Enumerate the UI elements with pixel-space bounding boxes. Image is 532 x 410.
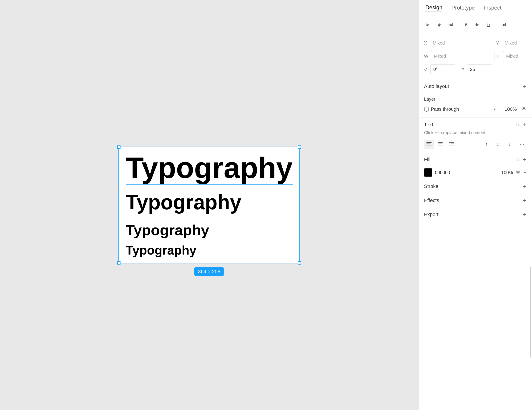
blend-chevron-icon[interactable]: ▾ (494, 107, 496, 111)
canvas-area[interactable]: Typography Typography Typography Typogra… (0, 0, 418, 410)
align-bottom-btn[interactable] (484, 20, 493, 29)
align-top-btn[interactable] (461, 20, 471, 29)
canvas-content: Typography Typography Typography Typogra… (119, 147, 299, 263)
svg-rect-28 (439, 146, 442, 146)
text-align-center-btn[interactable] (435, 140, 445, 149)
auto-layout-header: Auto layout + (418, 79, 532, 93)
tab-inspect[interactable]: Inspect (484, 5, 501, 12)
typography-text-1: Typography (126, 152, 293, 185)
svg-rect-8 (450, 25, 452, 26)
right-panel: Design Prototype Inspect (418, 0, 532, 410)
align-right-btn[interactable] (446, 20, 455, 29)
selection-box: Typography Typography Typography Typogra… (118, 147, 300, 263)
svg-rect-1 (427, 24, 429, 25)
text-align-right-btn[interactable] (447, 140, 457, 149)
y-label: Y (496, 40, 499, 46)
text-hint: Click + to replace mixed content. (418, 130, 532, 138)
text-add-btn[interactable]: + (523, 121, 527, 128)
text-valign-middle-btn[interactable]: ↕ (493, 140, 503, 149)
fill-row: 000000 100% 👁 − (418, 166, 532, 179)
svg-rect-24 (427, 146, 429, 146)
clip-input[interactable] (467, 64, 492, 74)
svg-rect-12 (475, 25, 479, 25)
layer-blend-row: Pass through ▾ (424, 106, 496, 112)
fill-hex-value[interactable]: 000000 (435, 170, 492, 175)
effects-section: Effects + (418, 193, 532, 207)
panel-tabs: Design Prototype Inspect (418, 0, 532, 16)
text-section-header: Text ⠿ + (418, 118, 532, 130)
blend-mode-select[interactable]: Pass through (431, 106, 492, 112)
svg-rect-27 (438, 145, 443, 145)
handle-tl[interactable] (117, 145, 121, 149)
layer-visibility-btn[interactable]: 👁 (522, 106, 527, 112)
svg-rect-18 (502, 23, 502, 26)
panel-scrollbar[interactable] (530, 267, 531, 357)
svg-rect-3 (439, 23, 439, 27)
fill-section: Fill ⠿ + 000000 100% 👁 − (418, 152, 532, 179)
fill-remove-btn[interactable]: − (523, 169, 527, 176)
rotation-input[interactable] (430, 64, 455, 74)
w-input[interactable] (431, 51, 494, 61)
clip-icon: ≡ (462, 67, 464, 72)
svg-rect-13 (476, 23, 477, 26)
export-title: Export (424, 212, 438, 217)
text-valign-top-btn[interactable]: ↑ (482, 140, 492, 149)
stroke-section: Stroke + (418, 179, 532, 193)
layer-section: Layer Pass through ▾ 👁 (418, 93, 532, 118)
handle-br[interactable] (298, 261, 301, 265)
svg-rect-16 (488, 24, 488, 26)
text-drag-icon[interactable]: ⠿ (516, 122, 519, 128)
y-input[interactable] (502, 38, 532, 48)
h-label: H (497, 54, 500, 59)
fill-drag-icon[interactable]: ⠿ (516, 157, 519, 162)
tab-design[interactable]: Design (425, 4, 442, 12)
x-input[interactable] (430, 38, 493, 48)
svg-rect-0 (426, 23, 426, 26)
text-align-left-btn[interactable] (424, 140, 434, 149)
svg-rect-19 (505, 23, 506, 26)
typography-text-2: Typography (126, 185, 293, 216)
svg-rect-20 (503, 24, 505, 26)
x-label: X (424, 40, 427, 46)
effects-add-btn[interactable]: + (523, 197, 527, 204)
text-more-btn[interactable]: ⋯ (517, 140, 527, 149)
opacity-input[interactable] (498, 104, 519, 114)
auto-layout-title: Auto layout (424, 84, 449, 89)
fill-header: Fill ⠿ + (418, 152, 532, 166)
fill-color-swatch[interactable] (424, 168, 432, 177)
handle-tr[interactable] (298, 145, 301, 149)
svg-rect-31 (449, 145, 454, 145)
h-input[interactable] (503, 51, 532, 61)
svg-rect-30 (451, 144, 454, 144)
stroke-add-btn[interactable]: + (523, 183, 527, 190)
svg-rect-7 (449, 24, 452, 25)
typography-text-3: Typography (126, 216, 293, 240)
fill-opacity-value[interactable]: 100% (495, 170, 513, 175)
svg-rect-25 (438, 142, 443, 143)
stroke-header: Stroke + (418, 179, 532, 193)
svg-rect-5 (438, 25, 440, 26)
svg-rect-15 (487, 26, 490, 27)
align-center-vertical-btn[interactable] (472, 20, 482, 29)
align-center-horizontal-btn[interactable] (435, 20, 444, 29)
distribute-btn[interactable] (499, 20, 509, 29)
fill-visibility-btn[interactable]: 👁 (516, 169, 521, 176)
svg-rect-26 (438, 144, 442, 144)
svg-rect-22 (427, 144, 430, 144)
fill-title: Fill (424, 157, 430, 162)
align-left-btn[interactable] (423, 20, 433, 29)
svg-rect-17 (489, 24, 489, 26)
handle-bl[interactable] (117, 261, 121, 265)
size-badge: 364 × 258 (194, 267, 224, 276)
tab-prototype[interactable]: Prototype (452, 5, 475, 12)
text-valign-bottom-btn[interactable]: ↓ (504, 140, 514, 149)
svg-rect-11 (466, 24, 467, 26)
svg-rect-6 (452, 23, 453, 26)
layer-title: Layer (424, 97, 527, 102)
text-section-actions: ⠿ + (516, 121, 527, 128)
fill-add-btn[interactable]: + (523, 156, 527, 163)
svg-rect-21 (427, 142, 431, 143)
text-align-row: ↑ ↕ ↓ ⋯ (418, 138, 532, 152)
export-add-btn[interactable]: + (523, 211, 527, 218)
auto-layout-add-btn[interactable]: + (523, 83, 527, 90)
